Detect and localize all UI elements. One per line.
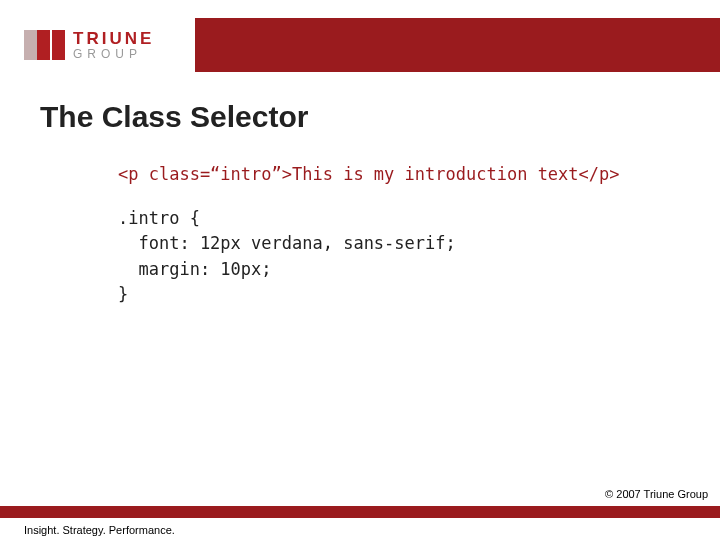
logo-subtitle: GROUP [73, 48, 154, 60]
header: TRIUNE GROUP [0, 18, 720, 72]
code-css-example: .intro { font: 12px verdana, sans-serif;… [118, 206, 720, 308]
copyright-text: © 2007 Triune Group [605, 488, 708, 500]
logo: TRIUNE GROUP [0, 18, 195, 72]
slide-title: The Class Selector [40, 100, 720, 134]
logo-mark-icon [24, 30, 65, 60]
slide-content: <p class=“intro”>This is my introduction… [118, 162, 720, 308]
code-html-example: <p class=“intro”>This is my introduction… [118, 162, 720, 188]
footer-tagline: Insight. Strategy. Performance. [24, 524, 175, 536]
logo-title: TRIUNE [73, 30, 154, 47]
logo-text: TRIUNE GROUP [73, 30, 154, 60]
header-bar [195, 18, 720, 72]
footer-bar [0, 506, 720, 518]
